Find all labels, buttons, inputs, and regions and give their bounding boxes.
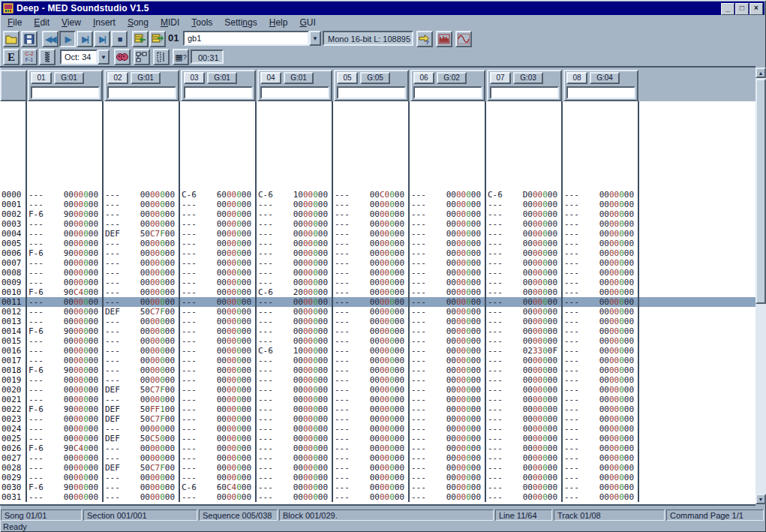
pattern-cell[interactable]: ---0000000 <box>104 190 180 200</box>
pattern-cell[interactable]: ---0000000 <box>410 395 486 404</box>
pattern-cell[interactable]: ---0000000 <box>27 375 104 385</box>
pattern-cell[interactable]: F-69000000 <box>27 482 104 492</box>
pattern-cell[interactable]: ---0000000 <box>180 297 257 307</box>
pattern-cell[interactable]: ---0000000 <box>180 385 257 395</box>
pattern-cell[interactable]: ---0000000 <box>27 190 104 200</box>
pattern-cell[interactable]: ---0000000 <box>563 209 639 219</box>
pattern-cell[interactable]: ---0000000 <box>180 346 257 356</box>
pattern-cell[interactable]: ---0000000 <box>333 443 410 453</box>
pattern-cell[interactable]: ---0000000 <box>180 443 257 453</box>
pattern-cell[interactable]: ---0000000 <box>410 365 486 375</box>
pattern-cell[interactable]: C-62000000 <box>257 287 333 297</box>
pattern-cell[interactable]: ---0000000 <box>27 385 104 395</box>
pattern-cell[interactable]: ---0000000 <box>410 492 486 502</box>
menu-item-tools[interactable]: Tools <box>185 16 218 29</box>
pattern-cell[interactable]: ---0000000 <box>257 385 333 395</box>
track-name-input[interactable] <box>413 86 482 99</box>
save-button[interactable] <box>21 31 38 47</box>
pattern-cell[interactable]: ---0000000 <box>333 434 410 443</box>
sample-list-button[interactable] <box>436 31 452 47</box>
pattern-cell[interactable]: ---0000000 <box>410 482 486 492</box>
pattern-cell[interactable]: ---0000000 <box>486 473 563 482</box>
pattern-cell[interactable]: ---0000000 <box>563 219 639 229</box>
pattern-cell[interactable]: ---0000000 <box>563 434 639 443</box>
pattern-cell[interactable]: ---0000000 <box>563 307 639 317</box>
pattern-cell[interactable]: ---0000000 <box>486 200 563 209</box>
pattern-cell[interactable]: ---0000000 <box>486 414 563 424</box>
pattern-cell[interactable]: ---0000000 <box>563 248 639 258</box>
pattern-cell[interactable]: ---0000000 <box>27 414 104 424</box>
pattern-cell[interactable]: DEF50C5000 <box>104 434 180 443</box>
open-button[interactable] <box>3 31 20 47</box>
pattern-cell[interactable]: ---0000000 <box>563 229 639 239</box>
pattern-cell[interactable]: ---0000000 <box>257 326 333 336</box>
track-group-button[interactable]: G:01 <box>284 72 314 84</box>
pattern-cell[interactable]: ---0000000 <box>486 434 563 443</box>
pattern-cell[interactable]: ---0000000 <box>486 356 563 365</box>
sample-editor-button[interactable]: ? <box>416 31 433 47</box>
pattern-cell[interactable]: F-690C4000 <box>27 287 104 297</box>
pattern-cell[interactable]: ---0000000 <box>180 424 257 434</box>
pattern-cell[interactable]: C-6D000000 <box>486 190 563 200</box>
pattern-cell[interactable]: ---0000000 <box>486 258 563 268</box>
pattern-cell[interactable]: ---0000000 <box>563 375 639 385</box>
pattern-cell[interactable]: ---0000000 <box>27 268 104 278</box>
pattern-cell[interactable]: ---0000000 <box>104 346 180 356</box>
pattern-cell[interactable]: ---0000000 <box>180 356 257 365</box>
pattern-cell[interactable]: ---0000000 <box>333 336 410 346</box>
pattern-cell[interactable]: ---0000000 <box>257 258 333 268</box>
pattern-cell[interactable]: ---0000000 <box>410 326 486 336</box>
pattern-cell[interactable]: ---0000000 <box>180 473 257 482</box>
pattern-cell[interactable]: ---0000000 <box>486 424 563 434</box>
pattern-cell[interactable]: ---0000000 <box>257 375 333 385</box>
pattern-cell[interactable]: ---0000000 <box>180 326 257 336</box>
pattern-cell[interactable]: ---0000000 <box>27 317 104 326</box>
pattern-cell[interactable]: ---0000000 <box>333 219 410 229</box>
pattern-cell[interactable]: ---0000000 <box>257 492 333 502</box>
pattern-cell[interactable]: ---0000000 <box>563 346 639 356</box>
grid-help-button[interactable]: ▦? <box>173 49 189 65</box>
next-block-transport-button[interactable]: ▶| <box>94 31 110 47</box>
pattern-cell[interactable]: ---0000000 <box>410 307 486 317</box>
pattern-cell[interactable]: ---0000000 <box>104 473 180 482</box>
pattern-cell[interactable]: ---0000000 <box>180 258 257 268</box>
menu-item-view[interactable]: View <box>56 16 87 29</box>
pattern-cell[interactable]: ---0000000 <box>333 287 410 297</box>
pattern-cell[interactable]: ---0000000 <box>257 424 333 434</box>
pattern-cell[interactable]: F-690C4000 <box>27 443 104 453</box>
pattern-cell[interactable]: ---0000000 <box>27 463 104 473</box>
pattern-cell[interactable]: ---0000000 <box>410 287 486 297</box>
minimize-button[interactable]: _ <box>721 3 734 15</box>
pattern-cell[interactable]: ---0000000 <box>410 443 486 453</box>
pattern-cell[interactable]: ---0000000 <box>486 248 563 258</box>
pattern-cell[interactable]: ---0000000 <box>486 287 563 297</box>
pattern-cell[interactable]: ---0000000 <box>563 404 639 414</box>
instrument-name-input[interactable]: gb1 <box>183 31 309 46</box>
pattern-cell[interactable]: ---0000000 <box>410 317 486 326</box>
pattern-cell[interactable]: ---0000000 <box>563 190 639 200</box>
track-number-button[interactable]: 05 <box>337 72 358 84</box>
pattern-cell[interactable]: ---0000000 <box>333 258 410 268</box>
pattern-cell[interactable]: ---0000000 <box>257 219 333 229</box>
pattern-cell[interactable]: ---0000000 <box>257 278 333 287</box>
pattern-cell[interactable]: F-69000000 <box>27 209 104 219</box>
pattern-cell[interactable]: C-660C4000 <box>180 482 257 492</box>
pattern-cell[interactable]: ---0000000 <box>486 365 563 375</box>
pattern-cell[interactable]: ---0000000 <box>563 317 639 326</box>
pattern-cell[interactable]: ---0000000 <box>410 200 486 209</box>
pattern-cell[interactable]: ---0000000 <box>333 346 410 356</box>
pattern-cell[interactable]: ---0000000 <box>27 278 104 287</box>
pattern-cell[interactable]: ---0000000 <box>410 453 486 463</box>
pattern-cell[interactable]: ---0000000 <box>27 336 104 346</box>
pattern-cell[interactable]: ---0000000 <box>180 317 257 326</box>
loop-spring-button[interactable] <box>39 49 56 65</box>
pattern-cell[interactable]: ---0000000 <box>180 375 257 385</box>
pattern-cell[interactable]: ---0000000 <box>563 356 639 365</box>
pattern-cell[interactable]: ---0000000 <box>486 385 563 395</box>
pattern-cell[interactable]: ---0000000 <box>486 229 563 239</box>
track-group-button[interactable]: G:01 <box>54 72 84 84</box>
pattern-cell[interactable]: ---0000000 <box>180 492 257 502</box>
pattern-cell[interactable]: ---0000000 <box>27 492 104 502</box>
pattern-cell[interactable]: ---0000000 <box>333 307 410 317</box>
pattern-cell[interactable]: ---0000000 <box>104 317 180 326</box>
